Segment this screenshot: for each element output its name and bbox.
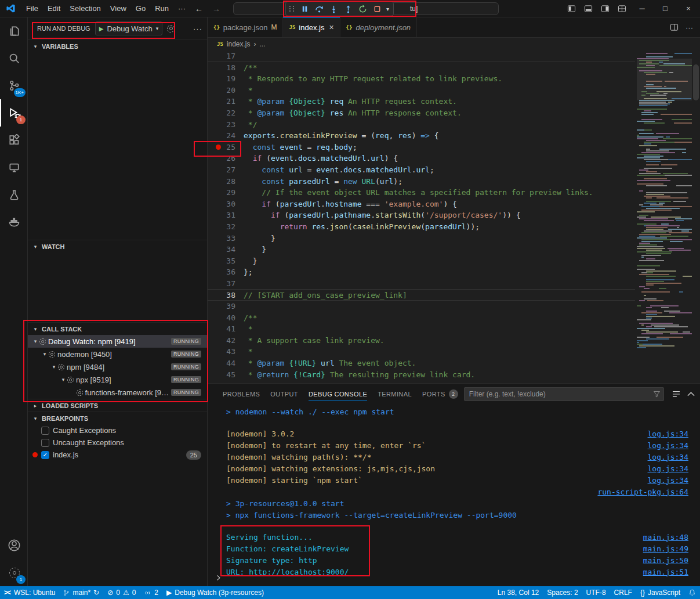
breadcrumb-more[interactable]: ...	[260, 40, 266, 48]
code-line[interactable]: 17	[208, 50, 635, 62]
call-stack-item[interactable]: ▾npx [9519]RUNNING	[28, 373, 207, 386]
code-line[interactable]: 25 const event = req.body;	[208, 142, 635, 153]
code-line[interactable]: 31 if (parsedUrl.pathname.startsWith('/s…	[208, 210, 635, 221]
code-line[interactable]: 19 * Responds to any HTTP request relate…	[208, 73, 635, 85]
source-link[interactable]: main.js:49	[643, 544, 688, 553]
code-line[interactable]: 43 *	[208, 346, 635, 358]
debug-session-status[interactable]: ▶ Debug Watch (3p-resources)	[162, 586, 268, 599]
source-link[interactable]: log.js:34	[648, 464, 688, 473]
docker-icon[interactable]	[0, 208, 27, 236]
tab-terminal[interactable]: TERMINAL	[373, 384, 416, 404]
code-line[interactable]: 36};	[208, 266, 635, 278]
pause-icon[interactable]	[298, 2, 312, 15]
code-line[interactable]: 22 * @param {Object} res An HTTP respons…	[208, 107, 635, 119]
code-line[interactable]: 39	[208, 301, 635, 312]
source-link[interactable]: log.js:34	[648, 453, 688, 461]
toggle-secondary-sidebar-icon[interactable]	[597, 0, 614, 17]
breakpoint-dot-icon[interactable]	[216, 145, 221, 150]
toggle-panel-icon[interactable]	[580, 0, 597, 17]
code-editor[interactable]: 1718/**19 * Responds to any HTTP request…	[208, 50, 700, 383]
testing-icon[interactable]	[0, 181, 27, 208]
code-line[interactable]: 29 // If the event object URL matches a …	[208, 187, 635, 199]
code-line[interactable]: 37	[208, 278, 635, 290]
menu-file[interactable]: File	[21, 2, 43, 15]
code-line[interactable]: 30 if (parsedUrl.hostname === 'example.c…	[208, 199, 635, 210]
restart-icon[interactable]	[356, 2, 370, 15]
back-icon[interactable]: ←	[190, 4, 208, 13]
editor-scrollbar[interactable]	[693, 64, 699, 100]
source-link[interactable]: run-script-pkg.js:64	[597, 488, 688, 496]
run-and-debug-icon[interactable]: 1	[0, 99, 27, 127]
language-mode[interactable]: {} JavaScript	[636, 586, 684, 599]
stop-icon[interactable]	[370, 2, 385, 15]
call-stack-item[interactable]: functions-framework [954...RUNNING	[28, 386, 207, 399]
section-breakpoints[interactable]: ▾ BREAKPOINTS	[28, 412, 207, 424]
close-tab-icon[interactable]: ×	[329, 23, 333, 32]
maximize-icon[interactable]: □	[654, 0, 677, 17]
source-link[interactable]: main.js:51	[643, 568, 688, 576]
section-watch[interactable]: ▾ WATCH	[28, 240, 207, 252]
source-link[interactable]: log.js:34	[648, 476, 688, 485]
checkbox[interactable]	[41, 439, 49, 447]
source-link[interactable]: log.js:34	[648, 430, 688, 438]
views-more-icon[interactable]: ···	[193, 24, 202, 33]
console-input-prompt-icon[interactable]	[215, 574, 222, 582]
explorer-icon[interactable]	[0, 17, 27, 45]
code-line[interactable]: 20 *	[208, 85, 635, 96]
customize-layout-icon[interactable]	[614, 0, 630, 17]
start-debugging-icon[interactable]: ▶	[99, 26, 104, 32]
code-line[interactable]: 38// [START add_ons_case_preview_link]	[208, 289, 635, 301]
code-line[interactable]: 35 }	[208, 255, 635, 267]
call-stack-item[interactable]: ▾Debug Watch: npm [9419]RUNNING	[28, 335, 207, 348]
breakpoint-item[interactable]: ✓index.js25	[28, 449, 207, 461]
tab-ports[interactable]: PORTS 2	[418, 384, 463, 404]
code-line[interactable]: 40/**	[208, 312, 635, 324]
checkbox[interactable]	[41, 427, 49, 435]
code-line[interactable]: 32 return res.json(caseLinkPreview(parse…	[208, 221, 635, 233]
breakpoint-item[interactable]: Uncaught Exceptions	[28, 436, 207, 449]
source-control-icon[interactable]: 1K+	[0, 72, 27, 99]
breakpoint-item[interactable]: Caught Exceptions	[28, 424, 207, 436]
code-line[interactable]: 27 const url = event.docs.matchedUrl.url…	[208, 164, 635, 176]
git-branch-status[interactable]: main* ↻	[59, 586, 103, 599]
word-wrap-icon[interactable]	[672, 391, 680, 398]
code-line[interactable]: 28 const parsedUrl = new URL(url);	[208, 176, 635, 187]
breadcrumb[interactable]: JS index.js › ...	[208, 38, 700, 50]
settings-gear-icon[interactable]: 1	[0, 559, 27, 586]
split-editor-icon[interactable]	[670, 23, 679, 31]
menu-go[interactable]: Go	[131, 2, 150, 15]
section-loaded-scripts[interactable]: ▸ LOADED SCRIPTS	[28, 399, 207, 412]
cursor-position[interactable]: Ln 38, Col 12	[494, 586, 543, 599]
eol-status[interactable]: CRLF	[610, 586, 636, 599]
code-line[interactable]: 26 if (event.docs.matchedUrl.url) {	[208, 153, 635, 164]
code-line[interactable]: 21 * @param {Object} req An HTTP request…	[208, 96, 635, 107]
code-line[interactable]: 18/**	[208, 62, 635, 74]
debug-settings-gear-icon[interactable]	[167, 25, 175, 33]
search-icon[interactable]	[0, 45, 27, 72]
console-filter-input[interactable]	[464, 387, 664, 401]
tab-index-js[interactable]: JS index.js ×	[283, 17, 340, 37]
code-line[interactable]: 33 }	[208, 233, 635, 244]
code-line[interactable]: 24exports.createLinkPreview = (req, res)…	[208, 130, 635, 142]
problems-status[interactable]: ⊘ 0 ⚠ 0	[103, 586, 140, 599]
code-line[interactable]: 44 * @param {!URL} url The event object.	[208, 358, 635, 369]
code-line[interactable]: 23 */	[208, 119, 635, 131]
console-output[interactable]: > nodemon --watch ./ --exec npm start[no…	[208, 406, 691, 586]
menu-selection[interactable]: Selection	[65, 2, 105, 15]
minimap-slider[interactable]	[637, 59, 692, 100]
close-window-icon[interactable]: ×	[677, 0, 700, 17]
remote-explorer-icon[interactable]	[0, 154, 27, 181]
tab-package-json[interactable]: {} package.json M	[208, 17, 283, 37]
accounts-icon[interactable]	[0, 532, 27, 559]
step-into-icon[interactable]	[327, 2, 341, 15]
encoding-status[interactable]: UTF-8	[582, 586, 610, 599]
code-line[interactable]: 41 *	[208, 323, 635, 335]
toggle-sidebar-icon[interactable]	[563, 0, 580, 17]
indentation-status[interactable]: Spaces: 2	[543, 586, 582, 599]
section-variables[interactable]: ▾ VARIABLES	[28, 39, 207, 52]
menu-edit[interactable]: Edit	[43, 2, 65, 15]
debug-toolbar-chevron-icon[interactable]: ▾	[385, 6, 391, 12]
minimize-icon[interactable]: ─	[630, 0, 654, 17]
tab-debug-console[interactable]: DEBUG CONSOLE	[304, 384, 372, 404]
debug-config-dropdown[interactable]: ▶ Debug Watch ▾	[95, 21, 163, 35]
